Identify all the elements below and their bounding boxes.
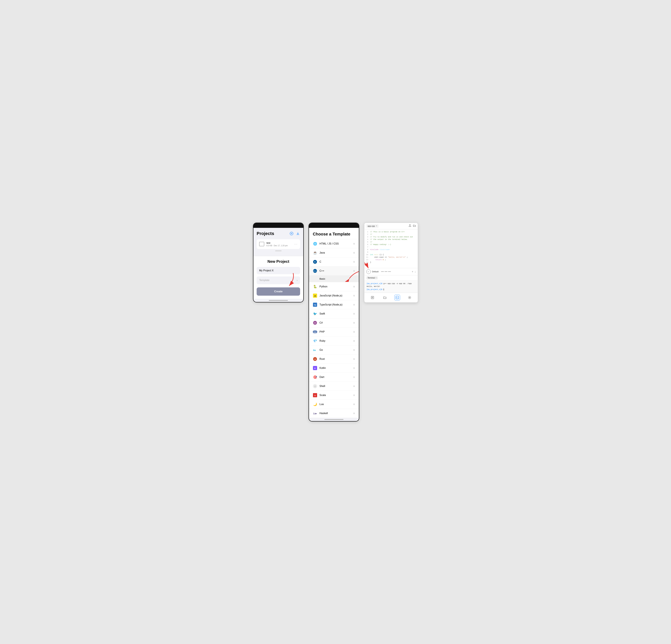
tab-close-button[interactable]: ✕ [376,225,377,227]
template-item-c[interactable]: C C ∨ [309,257,359,267]
template-item-label-haskell: Haskell [319,412,353,415]
template-label: Template [259,279,269,282]
template-item-shell[interactable]: ⬡ Shell ∨ [309,382,359,391]
haskell-icon: λ≫ [313,411,317,416]
panel-3-wrapper: app.cpp ✕ [364,223,418,302]
template-item-label-php: PHP [319,331,353,333]
template-item-lua[interactable]: 🌙 Lua ∨ [309,400,359,409]
phone-bottom-bar [253,299,303,302]
code-line-14: 14 [364,264,418,267]
code-line-10: 10 int main () { [364,254,418,256]
template-item-haskell[interactable]: λ≫ Haskell ∨ [309,409,359,418]
template-item-java[interactable]: ☕ Java ∨ [309,248,359,257]
template-item-scala[interactable]: S Scala ∨ [309,391,359,400]
code-line-1: 1 // This is a basic program on C++ [364,231,418,233]
code-line-2: 2 // [364,233,418,236]
download-button[interactable] [296,231,300,236]
projects-screen: Projects [253,228,303,256]
template-item-label-ruby: Ruby [319,339,353,342]
template-item-html[interactable]: 🌐 HTML / JS / CSS ∨ [309,239,359,248]
tab-filename: app.cpp [368,225,375,227]
terminal-down-button[interactable]: ↓ [415,270,416,273]
phone-notch-2 [328,224,340,227]
template-item-kotlin[interactable]: K Kotlin ∨ [309,363,359,373]
chevron-icon-dart: ∨ [353,375,355,379]
template-item-php[interactable]: php PHP ∨ [309,327,359,336]
template-subitem-basic[interactable]: Basic [309,275,359,282]
svg-text:λ≫: λ≫ [313,412,317,415]
settings-nav-icon[interactable] [407,295,413,300]
chevron-icon-rust: ∨ [353,357,355,360]
add-project-button[interactable] [289,231,294,236]
terminal-section: ▷ Default + ↓ Terminal ✕ [364,268,418,293]
new-project-sheet: New Project Template › [253,256,303,299]
ruby-icon: 💎 [313,339,317,343]
template-subitem-basic-label: Basic [319,277,325,280]
terminal-tab-close[interactable]: ✕ [375,277,377,278]
template-item-js[interactable]: JS JavaScript (Node.js) ∨ [309,291,359,300]
editor-bottom-bar [364,293,418,302]
template-item-label-java: Java [319,251,353,254]
terminal-run-label: Default [372,270,379,273]
python-icon: 🐍 [313,284,317,289]
folder-nav-icon[interactable] [382,295,388,300]
editor-tab-appcpp[interactable]: app.cpp ✕ [366,224,379,228]
create-button[interactable]: Create [257,287,300,296]
file-item[interactable]: test 6.0 KB · Dec 17, 1:20 pm ··· [257,239,300,249]
template-item-ts[interactable]: TS TypeScript (Node.js) ∨ [309,300,359,309]
share-button[interactable] [408,224,412,228]
chevron-icon-python: ∨ [353,285,355,288]
file-icon [259,242,264,246]
svg-text:C: C [314,261,316,263]
folder-button[interactable] [413,224,416,228]
template-item-rust[interactable]: ⚙ Rust ∨ [309,355,359,363]
code-line-5: 5 // [364,241,418,244]
template-item-label-kotlin: Kotlin [319,367,353,370]
template-item-swift[interactable]: 🐦 Swift ∨ [309,309,359,318]
project-name-input[interactable] [257,267,300,274]
template-item-python[interactable]: 🐍 Python ∨ [309,282,359,291]
template-item-label-scala: Scala [319,394,353,397]
code-line-12: 12 return 0 ; [364,259,418,261]
chevron-icon-php: ∨ [353,330,355,333]
chevron-icon-js: ∨ [353,294,355,297]
template-item-label-ts: TypeScript (Node.js) [319,303,353,306]
cpp-icon: C++ [313,269,317,273]
template-item-csharp[interactable]: C# C# ∨ [309,318,359,327]
phone-bottom-bar-2 [309,418,359,421]
scroll-indicator [275,250,281,251]
chevron-icon-lua: ∨ [353,402,355,406]
template-item-label-csharp: C# [319,321,353,324]
code-editor-panel: app.cpp ✕ [364,223,418,302]
code-line-11: 11 std::cout << "Hello, World!\n" ; [364,256,418,259]
chevron-icon-ruby: ∨ [353,339,355,342]
template-item-cpp[interactable]: C++ C++ ∧ [309,267,359,275]
file-more-button[interactable]: ··· [294,243,297,246]
terminal-nav-icon[interactable] [394,295,400,300]
terminal-menu-icon-2 [384,271,388,272]
template-chooser-title: Choose a Template [309,228,359,239]
file-name: test [266,242,292,244]
svg-point-33 [409,297,410,298]
chevron-icon-java: ∨ [353,251,355,254]
editor-tab-bar: app.cpp ✕ [364,223,418,229]
template-selector-row[interactable]: Template › [257,276,300,284]
dart-icon: 🎯 [313,375,317,379]
run-button[interactable]: ▷ [366,270,371,274]
template-item-dart[interactable]: 🎯 Dart ∨ [309,373,359,382]
projects-title: Projects [257,231,274,236]
phone-notch [272,224,285,227]
add-terminal-button[interactable]: + [412,270,413,273]
svg-text:JS: JS [314,295,316,297]
terminal-tab[interactable]: Terminal ✕ [366,276,378,280]
template-item-ruby[interactable]: 💎 Ruby ∨ [309,336,359,346]
svg-text:C++: C++ [314,270,317,272]
template-item-label-go: Go [319,348,353,351]
template-item-go[interactable]: Go Go ∨ [309,346,359,355]
svg-text:Go: Go [313,349,316,351]
terminal-toolbar: ▷ Default + ↓ [364,268,418,275]
template-screen[interactable]: Choose a Template 🌐 HTML / JS / CSS ∨ ☕ … [309,228,359,418]
template-item-label-cpp: C++ [319,270,353,272]
code-editor[interactable]: 1 // This is a basic program on C++ 2 //… [364,229,418,268]
files-icon[interactable] [370,295,375,300]
